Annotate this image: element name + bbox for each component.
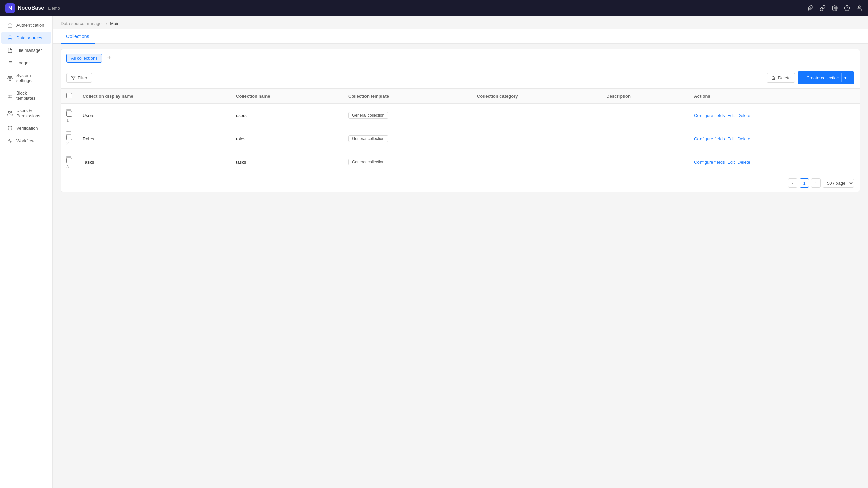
row-display-name: Roles [77, 127, 231, 150]
filter-icon [71, 76, 76, 80]
filter-button[interactable]: Filter [66, 73, 92, 83]
sidebar-item-verification[interactable]: Verification [1, 122, 51, 134]
sidebar-label-workflow: Workflow [16, 138, 34, 143]
th-display-name: Collection display name [77, 89, 231, 104]
row-checkbox-1[interactable] [66, 135, 72, 140]
th-checkbox [61, 89, 77, 104]
edit-link[interactable]: Edit [727, 136, 735, 141]
settings-icon[interactable] [831, 5, 838, 12]
configure-fields-link[interactable]: Configure fields [694, 136, 725, 141]
sidebar-item-system-settings[interactable]: System settings [1, 69, 51, 86]
template-icon [7, 93, 13, 98]
row-checkbox-cell: 1 [61, 104, 77, 127]
sidebar-item-logger[interactable]: Logger [1, 57, 51, 69]
svg-rect-6 [8, 25, 12, 27]
svg-marker-19 [71, 76, 75, 80]
logo[interactable]: N NocoBase [5, 3, 44, 13]
delete-row-link[interactable]: Delete [737, 160, 750, 165]
row-checkbox-cell: 3 [61, 150, 77, 174]
drag-handle[interactable] [66, 155, 72, 158]
row-template: General collection [343, 127, 472, 150]
table-row: 1 Users users General collection Configu… [61, 104, 860, 127]
row-category [472, 104, 601, 127]
template-badge: General collection [348, 135, 388, 142]
sidebar: Authentication Data sources File manager… [0, 16, 53, 488]
row-checkbox-2[interactable] [66, 158, 72, 163]
th-template: Collection template [343, 89, 472, 104]
row-description [601, 127, 689, 150]
users-icon [7, 111, 13, 116]
row-collection-name: users [231, 104, 343, 127]
create-collection-button[interactable]: + Create collection ▾ [798, 71, 854, 84]
configure-fields-link[interactable]: Configure fields [694, 113, 725, 118]
edit-link[interactable]: Edit [727, 113, 735, 118]
row-number: 1 [66, 118, 69, 123]
pagination-prev[interactable]: ‹ [788, 178, 797, 188]
breadcrumb-parent[interactable]: Data source manager [61, 21, 103, 26]
page-size-select[interactable]: 50 / page [823, 179, 854, 188]
plugin-icon[interactable] [807, 5, 814, 12]
sidebar-item-users-permissions[interactable]: Users & Permissions [1, 105, 51, 122]
help-icon[interactable] [844, 5, 850, 12]
sub-tab-all-collections[interactable]: All collections [66, 54, 102, 63]
tab-collections[interactable]: Collections [61, 29, 95, 44]
shield-icon [7, 126, 13, 131]
sidebar-label-data-sources: Data sources [16, 35, 42, 40]
add-collection-tab-button[interactable]: + [105, 54, 114, 63]
sidebar-item-block-templates[interactable]: Block templates [1, 87, 51, 104]
svg-rect-15 [8, 94, 12, 97]
pagination-page-1[interactable]: 1 [800, 178, 809, 188]
sidebar-item-authentication[interactable]: Authentication [1, 19, 51, 31]
sidebar-label-file-manager: File manager [16, 48, 42, 53]
drag-handle[interactable] [66, 108, 72, 111]
row-number: 3 [66, 164, 69, 169]
database-icon [7, 35, 13, 40]
row-checkbox-0[interactable] [66, 111, 72, 117]
delete-row-link[interactable]: Delete [737, 113, 750, 118]
row-collection-name: roles [231, 127, 343, 150]
row-template: General collection [343, 104, 472, 127]
sidebar-label-block-templates: Block templates [16, 90, 45, 101]
row-collection-name: tasks [231, 150, 343, 174]
row-template: General collection [343, 150, 472, 174]
table-body: 1 Users users General collection Configu… [61, 104, 860, 174]
table-row: 2 Roles roles General collection Configu… [61, 127, 860, 150]
table-header-row: Collection display name Collection name … [61, 89, 860, 104]
user-icon[interactable] [856, 5, 863, 12]
link-icon[interactable] [819, 5, 826, 12]
topbar-icons [807, 5, 863, 12]
drag-handle[interactable] [66, 131, 72, 135]
th-category: Collection category [472, 89, 601, 104]
toolbar: Filter Delete + Create collection ▾ [61, 67, 860, 89]
svg-point-5 [858, 6, 860, 8]
sidebar-item-file-manager[interactable]: File manager [1, 44, 51, 56]
gear-icon [7, 76, 13, 81]
delete-row-link[interactable]: Delete [737, 136, 750, 141]
content-area: Data source manager › Main Collections A… [53, 16, 868, 488]
th-description: Description [601, 89, 689, 104]
row-description [601, 104, 689, 127]
create-collection-dropdown[interactable]: ▾ [841, 73, 849, 82]
template-badge: General collection [348, 112, 388, 119]
sub-tabs-row: All collections + [61, 49, 860, 67]
svg-point-7 [8, 36, 12, 37]
delete-button[interactable]: Delete [767, 73, 795, 83]
row-actions: Configure fields Edit Delete [689, 127, 860, 150]
collections-table: Collection display name Collection name … [61, 89, 860, 174]
svg-point-18 [8, 111, 10, 113]
row-description [601, 150, 689, 174]
pagination: ‹ 1 › 50 / page [61, 174, 860, 192]
sidebar-label-authentication: Authentication [16, 23, 44, 28]
main-layout: Authentication Data sources File manager… [0, 16, 868, 488]
configure-fields-link[interactable]: Configure fields [694, 160, 725, 165]
sidebar-item-workflow[interactable]: Workflow [1, 135, 51, 147]
logo-icon: N [5, 3, 15, 13]
select-all-checkbox[interactable] [66, 93, 72, 98]
toolbar-right: Delete + Create collection ▾ [767, 71, 854, 84]
sidebar-item-data-sources[interactable]: Data sources [1, 32, 51, 44]
pagination-next[interactable]: › [811, 178, 821, 188]
demo-label: Demo [48, 6, 60, 11]
edit-link[interactable]: Edit [727, 160, 735, 165]
topbar: N NocoBase Demo [0, 0, 868, 16]
sidebar-label-logger: Logger [16, 60, 30, 65]
